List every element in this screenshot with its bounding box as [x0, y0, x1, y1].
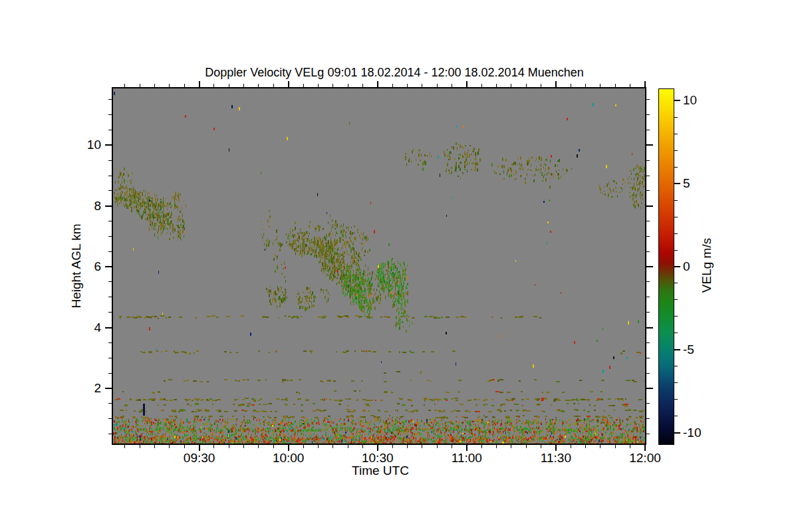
x-minor-tick	[318, 84, 319, 87]
x-minor-tick	[392, 84, 393, 87]
x-minor-tick	[526, 445, 527, 448]
x-minor-tick	[362, 84, 363, 87]
y-tick-label: 8	[70, 199, 101, 213]
x-minor-tick	[348, 84, 348, 87]
y-minor-tick	[108, 221, 112, 221]
colorbar-tick-label: -10	[683, 426, 718, 440]
x-minor-tick	[392, 445, 393, 448]
colorbar-minor-tick	[674, 117, 678, 118]
colorbar	[658, 88, 674, 445]
colorbar-minor-tick	[674, 134, 678, 134]
colorbar-minor-tick	[674, 250, 678, 251]
x-minor-tick	[229, 445, 229, 448]
x-minor-tick	[585, 84, 586, 87]
x-minor-tick	[273, 445, 274, 448]
colorbar-tick-label: 5	[683, 176, 718, 191]
y-minor-tick	[108, 403, 112, 404]
colorbar-label: VELg m/s	[700, 223, 714, 307]
chart-title: Doppler Velocity VELg 09:01 18.02.2014 -…	[113, 66, 676, 80]
colorbar-minor-tick	[674, 316, 678, 317]
x-minor-tick	[511, 445, 511, 448]
x-minor-tick	[422, 445, 422, 448]
colorbar-minor-tick	[674, 416, 678, 416]
x-minor-tick	[541, 84, 541, 87]
y-minor-tick	[646, 403, 650, 404]
x-minor-tick	[184, 84, 185, 87]
y-minor-tick	[108, 373, 112, 374]
colorbar-minor-tick	[674, 150, 678, 151]
y-tick	[646, 266, 653, 267]
colorbar-minor-tick	[674, 332, 678, 333]
colorbar-tick-label: -5	[683, 342, 718, 357]
y-tick	[105, 144, 112, 146]
x-tick	[644, 81, 646, 87]
x-tick	[555, 81, 557, 87]
x-axis-label: Time UTC	[114, 464, 646, 478]
y-minor-tick	[108, 160, 112, 161]
colorbar-minor-tick	[674, 399, 678, 400]
x-minor-tick	[124, 84, 125, 87]
y-minor-tick	[646, 99, 650, 100]
colorbar-minor-tick	[674, 366, 678, 366]
figure-root: Doppler Velocity VELg 09:01 18.02.2014 -…	[0, 0, 798, 532]
y-minor-tick	[646, 342, 650, 343]
x-minor-tick	[600, 84, 600, 87]
y-minor-tick	[646, 434, 650, 434]
y-minor-tick	[646, 130, 650, 130]
x-tick	[288, 445, 289, 451]
colorbar-minor-tick	[674, 167, 678, 168]
x-minor-tick	[332, 445, 333, 448]
x-minor-tick	[213, 84, 214, 87]
y-minor-tick	[646, 160, 650, 161]
y-minor-tick	[108, 130, 112, 130]
y-minor-tick	[108, 358, 112, 358]
x-tick	[288, 81, 289, 87]
colorbar-minor-tick	[674, 217, 678, 217]
y-minor-tick	[108, 342, 112, 343]
x-minor-tick	[452, 445, 452, 448]
x-minor-tick	[496, 84, 497, 87]
x-minor-tick	[615, 445, 616, 448]
x-minor-tick	[140, 84, 140, 87]
y-tick	[646, 388, 653, 389]
x-minor-tick	[615, 84, 616, 87]
y-axis-label: Height AGL km	[69, 213, 84, 319]
x-tick	[377, 445, 378, 451]
x-minor-tick	[348, 445, 348, 448]
x-minor-tick	[258, 84, 259, 87]
x-minor-tick	[437, 445, 438, 448]
x-minor-tick	[243, 445, 244, 448]
x-minor-tick	[541, 445, 541, 448]
colorbar-minor-tick	[674, 233, 678, 234]
x-minor-tick	[258, 445, 259, 448]
colorbar-gradient	[659, 89, 674, 444]
x-minor-tick	[496, 445, 497, 448]
plot-frame	[112, 87, 646, 445]
x-minor-tick	[213, 445, 214, 448]
y-minor-tick	[646, 373, 650, 374]
x-tick	[644, 445, 646, 451]
colorbar-tick-label: 10	[683, 93, 718, 108]
colorbar-tick	[674, 432, 680, 434]
y-tick	[105, 388, 112, 389]
x-minor-tick	[303, 84, 304, 87]
y-minor-tick	[108, 297, 112, 297]
y-minor-tick	[646, 358, 650, 358]
colorbar-tick	[674, 100, 680, 101]
x-minor-tick	[452, 84, 452, 87]
x-minor-tick	[154, 84, 155, 87]
y-minor-tick	[646, 190, 650, 191]
colorbar-minor-tick	[674, 382, 678, 383]
y-tick	[646, 205, 653, 207]
y-minor-tick	[646, 251, 650, 252]
y-minor-tick	[108, 176, 112, 176]
y-minor-tick	[108, 251, 112, 252]
y-minor-tick	[646, 281, 650, 282]
x-minor-tick	[243, 84, 244, 87]
x-minor-tick	[571, 445, 571, 448]
x-tick	[466, 81, 467, 87]
x-minor-tick	[481, 445, 482, 448]
x-tick	[466, 445, 467, 451]
x-minor-tick	[273, 84, 274, 87]
y-minor-tick	[646, 418, 650, 419]
